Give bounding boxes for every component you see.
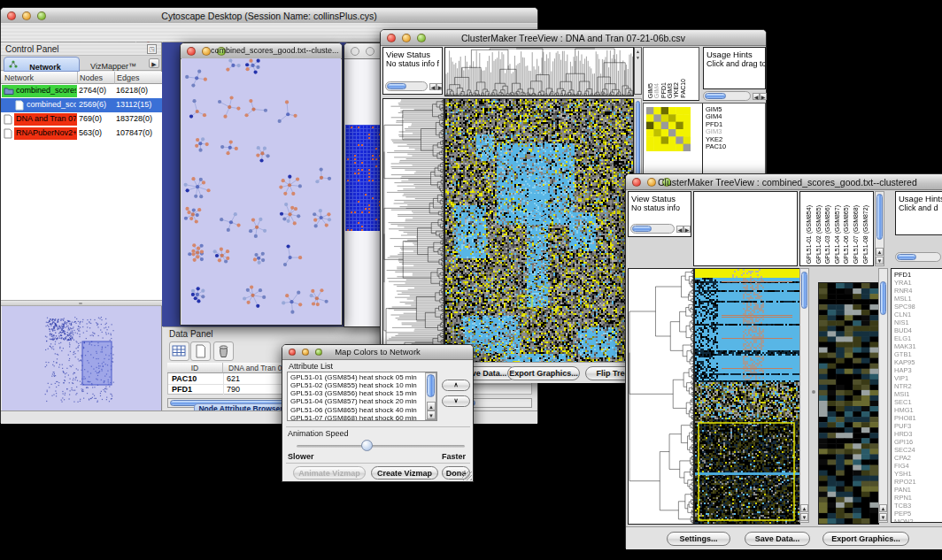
gene-label[interactable]: PFD1 (894, 271, 942, 279)
gene-label[interactable]: PAN1 (894, 486, 942, 494)
scroll-right-icon[interactable]: ▶ (436, 83, 443, 90)
network1-titlebar[interactable]: combined_scores_good.txt--cluste... (181, 43, 342, 59)
attribute-list-item[interactable]: GPL51-04 (GSM857) heat shock 20 min (288, 397, 436, 405)
gene-label[interactable]: PHO81 (894, 414, 942, 422)
treeview1-heatmap[interactable] (444, 98, 634, 383)
gene-label[interactable]: PUF3 (894, 422, 942, 430)
gene-label[interactable]: NTR2 (894, 382, 942, 390)
scroll-down-icon[interactable]: ▼ (427, 410, 436, 419)
attribute-list-item[interactable]: GPL51-03 (GSM856) heat shock 15 min (288, 389, 436, 397)
gene-label[interactable]: GPI16 (894, 438, 942, 446)
tab-vizmapper[interactable]: VizMapper™ (80, 57, 147, 70)
float-panel-icon[interactable]: ◳ (147, 44, 157, 54)
data-row-value[interactable]: 621 (227, 374, 240, 383)
scrollbar-thumb[interactable] (880, 281, 886, 315)
scroll-left-icon[interactable]: ◀ (753, 93, 760, 100)
usage-hints-scrollbar[interactable] (895, 252, 941, 262)
treeview2-titlebar[interactable]: ClusterMaker TreeView : combined_scores_… (626, 174, 942, 190)
gene-label[interactable]: SEC1 (894, 398, 942, 406)
data-row-id[interactable]: PFD1 (172, 385, 192, 394)
dialog-titlebar[interactable]: Map Colors to Network (282, 345, 473, 360)
gene-label[interactable]: FIG4 (894, 462, 942, 470)
birdseye-overview-canvas[interactable] (2, 306, 161, 410)
attribute-list-item[interactable]: GPL51-01 (GSM854) heat shock 05 min (288, 373, 436, 381)
scroll-up-icon[interactable]: ▲ (876, 248, 884, 256)
network-row-dna-tran[interactable]: DNA and Tran 07 769(0) 183728(0) (1, 112, 162, 127)
gene-label[interactable]: CPA2 (894, 454, 942, 462)
scroll-down-icon[interactable]: ▼ (636, 55, 640, 60)
gene-label[interactable]: PEP5 (894, 510, 942, 518)
gene-label[interactable]: VIP1 (894, 374, 942, 382)
scrollbar-thumb[interactable] (427, 374, 435, 397)
move-down-button[interactable]: ∨ (442, 395, 470, 407)
scroll-down-icon[interactable]: ▼ (876, 257, 884, 265)
data-column-id[interactable]: ID (167, 363, 222, 373)
gene-label[interactable]: YSH1 (894, 470, 942, 478)
close-button[interactable] (632, 178, 641, 187)
data-row-id[interactable]: PAC10 (172, 374, 197, 383)
minimize-button[interactable] (366, 47, 374, 56)
scroll-up-icon[interactable]: ▲ (800, 504, 808, 512)
scroll-right-icon[interactable]: ▶ (760, 93, 767, 100)
treeview2-column-dendrogram-area[interactable] (693, 191, 798, 266)
treeview1-titlebar[interactable]: ClusterMaker TreeView : DNA and Tran 07-… (381, 30, 766, 46)
gene-label[interactable]: HAP3 (894, 366, 942, 374)
gene-label[interactable]: KAP95 (894, 358, 942, 366)
usage-hints-scrollbar[interactable] (703, 91, 751, 101)
gene-label[interactable]: HMG1 (894, 406, 942, 414)
export-graphics-button[interactable]: Export Graphics... (507, 366, 580, 380)
column-header-nodes[interactable]: Nodes (77, 72, 114, 84)
scroll-left-icon[interactable]: ◀ (676, 226, 683, 233)
gene-label[interactable]: ELG1 (894, 334, 942, 342)
column-header-network[interactable]: Network (1, 72, 77, 84)
network-view-canvas[interactable] (181, 58, 341, 325)
gene-label[interactable]: MON2 (894, 518, 942, 523)
animation-speed-slider-track[interactable] (297, 445, 465, 448)
animation-speed-slider-thumb[interactable] (361, 440, 373, 451)
gene-label[interactable]: MAK31 (894, 342, 942, 350)
minimize-button[interactable] (647, 178, 656, 187)
close-button[interactable] (187, 47, 196, 56)
gene-label[interactable]: MSI1 (894, 390, 942, 398)
treeview2-split-divider[interactable] (810, 268, 817, 523)
tab-network[interactable]: Network (4, 57, 80, 72)
treeview1-row-dendrogram[interactable] (382, 98, 444, 383)
scrollbar-thumb[interactable] (801, 272, 807, 309)
scroll-up-icon[interactable]: ▲ (879, 504, 887, 512)
network-row-combined-sco-selected[interactable]: combined_sco 2569(6) 13112(15) (1, 98, 162, 112)
scroll-right-icon[interactable]: ▶ (683, 226, 691, 233)
treeview2-heatmap-vscrollbar[interactable]: ▲ ▼ (799, 268, 809, 523)
gene-label[interactable]: SPC98 (894, 303, 942, 311)
data-row-value[interactable]: 790 (227, 385, 240, 394)
network-row-rnapuber[interactable]: RNAPuberNov2+ 563(0) 107847(0) (1, 127, 162, 141)
settings-button[interactable]: Settings... (667, 532, 730, 546)
view-status-scrollbar[interactable] (385, 81, 428, 91)
gene-label[interactable]: RPO21 (894, 478, 942, 486)
gene-label[interactable]: TCB3 (894, 502, 942, 510)
table-mode-icon[interactable] (169, 341, 189, 361)
move-up-button[interactable]: ∧ (442, 380, 470, 391)
view-status-scrollbar[interactable] (630, 224, 675, 234)
new-attribute-icon[interactable] (190, 341, 211, 361)
gene-label[interactable]: SEC24 (894, 446, 942, 454)
gene-label[interactable]: BUD4 (894, 326, 942, 334)
gene-label[interactable]: MSL1 (894, 295, 942, 303)
gene-label[interactable]: YRA1 (894, 279, 942, 287)
export-graphics-button[interactable]: Export Graphics... (822, 532, 909, 546)
minimize-button[interactable] (202, 47, 211, 56)
gene-label[interactable]: NIS1 (894, 318, 942, 326)
animate-vizmap-button[interactable]: Animate Vizmap (293, 466, 366, 479)
column-header-edges[interactable]: Edges (114, 72, 162, 84)
delete-attribute-trash-icon[interactable] (213, 341, 234, 361)
main-titlebar[interactable]: Cytoscape Desktop (Session Name: collins… (1, 8, 537, 24)
save-data-button[interactable]: Save Data... (745, 532, 810, 546)
gene-label[interactable]: HRD3 (894, 430, 942, 438)
gene-label[interactable]: GTB1 (894, 350, 942, 358)
scrollbar-thumb[interactable] (876, 194, 883, 240)
gene-label[interactable]: RPN1 (894, 494, 942, 502)
attribute-list-item[interactable]: GPL51-06 (GSM865) heat shock 40 min (288, 406, 436, 414)
network-row-combined-scores[interactable]: combined_scores 2764(0) 16218(0) (1, 84, 162, 98)
scroll-up-icon[interactable]: ▲ (427, 402, 436, 410)
attribute-list-scrollbar[interactable]: ▲ ▼ (425, 372, 436, 420)
attribute-list-item[interactable]: GPL51-07 (GSM868) heat shock 60 min (288, 414, 436, 421)
